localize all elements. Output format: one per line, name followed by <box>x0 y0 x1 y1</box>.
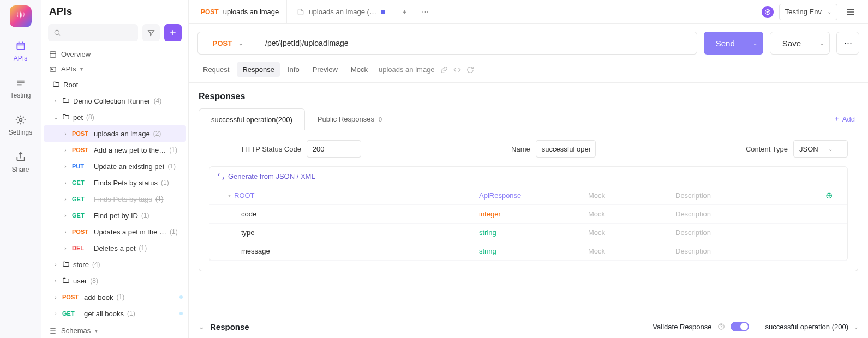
help-icon[interactable] <box>717 323 725 330</box>
link-icon[interactable] <box>440 66 448 74</box>
endpoint-item[interactable]: ›PUTUpdate an existing pet(1) <box>44 158 186 174</box>
apis-label: APIs <box>61 65 76 73</box>
add-field-button[interactable]: ⊕ <box>818 190 840 201</box>
rail-testing[interactable]: Testing <box>0 74 41 101</box>
folder-icon <box>52 81 60 88</box>
response-tab-public[interactable]: Public Responses 0 <box>305 108 394 130</box>
save-dropdown[interactable]: ⌄ <box>813 32 830 55</box>
bottom-response-label: Response <box>210 322 249 331</box>
folder-user[interactable]: › user (8) <box>44 273 186 289</box>
schema-desc[interactable]: Description <box>675 210 818 218</box>
tab-label: uploads an image <box>223 8 279 16</box>
tabs-bar: POST uploads an image uploads an image (… <box>189 0 868 24</box>
tab-0[interactable]: POST uploads an image <box>193 0 287 24</box>
rail-settings[interactable]: Settings <box>0 111 41 138</box>
endpoint-count: (1) <box>139 244 147 252</box>
subtab-response[interactable]: Response <box>237 62 280 77</box>
status-dot-icon <box>179 312 183 315</box>
method-label: POST <box>213 39 232 47</box>
overview-icon <box>49 51 57 58</box>
endpoint-item[interactable]: ›POSTAdd a new pet to the…(1) <box>44 142 186 158</box>
validate-toggle[interactable] <box>731 322 749 331</box>
folder-label: store <box>73 261 89 269</box>
env-badge-icon[interactable] <box>762 6 774 18</box>
schema-row[interactable]: ▾ ROOTApiResponseMockDescription⊕ <box>209 186 847 205</box>
schema-row[interactable]: messagestringMockDescription <box>209 242 847 261</box>
folder-store[interactable]: › store (4) <box>44 256 186 273</box>
folder-demo[interactable]: › Demo Collection Runner (4) <box>44 93 186 109</box>
chevron-right-icon: › <box>62 229 69 235</box>
endpoint-item[interactable]: ›POSTUpdates a pet in the …(1) <box>44 224 186 240</box>
endpoint-item[interactable]: ›POSTadd book(1) <box>44 289 186 305</box>
folder-root[interactable]: Root <box>44 76 186 93</box>
tab-menu-button[interactable]: ⋯ <box>416 8 435 16</box>
endpoint-item[interactable]: ›GETget all books(1) <box>44 305 186 322</box>
rail-apis[interactable]: APIs <box>0 37 41 64</box>
filter-button[interactable] <box>142 24 160 41</box>
env-selector[interactable]: Testing Env ⌄ <box>779 4 837 20</box>
subtab-mock[interactable]: Mock <box>345 62 373 77</box>
endpoint-count: (1) <box>127 310 135 317</box>
schema-row[interactable]: typestringMockDescription <box>209 224 847 242</box>
search-input[interactable] <box>48 24 138 41</box>
subtab-preview[interactable]: Preview <box>307 62 343 77</box>
folder-pet[interactable]: ⌄ pet (8) <box>44 109 186 125</box>
method-selector[interactable]: POST ⌄ <box>197 32 258 55</box>
new-tab-button[interactable]: ＋ <box>396 7 414 17</box>
schema-desc[interactable]: Description <box>675 228 818 237</box>
schema-row[interactable]: codeintegerMockDescription <box>209 205 847 224</box>
endpoint-item[interactable]: ›DELDeletes a pet(1) <box>44 240 186 256</box>
schema-desc[interactable]: Description <box>675 247 818 255</box>
send-dropdown[interactable]: ⌄ <box>747 32 763 55</box>
caret-down-icon: ▾ <box>95 328 98 334</box>
subtab-request[interactable]: Request <box>197 62 235 77</box>
endpoint-count: (2) <box>153 130 161 137</box>
method-badge: GET <box>62 310 81 317</box>
endpoint-item[interactable]: ›GETFinds Pets by tags(1) <box>44 191 186 207</box>
rail-share[interactable]: Share <box>0 148 41 176</box>
generate-from-json-button[interactable]: Generate from JSON / XML <box>209 167 847 186</box>
save-button[interactable]: Save <box>770 32 813 55</box>
apis-section[interactable]: APIs ▾ <box>41 62 188 76</box>
chevron-down-icon[interactable]: ⌄ <box>199 323 205 331</box>
refresh-icon[interactable] <box>466 66 474 74</box>
schema-mock[interactable]: Mock <box>588 210 675 218</box>
chevron-down-icon: ⌄ <box>753 40 757 46</box>
tab-1[interactable]: uploads an image (… <box>289 0 393 24</box>
add-response-button[interactable]: ＋ Add <box>830 114 858 124</box>
chevron-down-icon: ⌄ <box>52 114 59 120</box>
endpoint-item[interactable]: ›GETFind pet by ID(1) <box>44 207 186 224</box>
http-status-label: HTTP Status Code <box>242 145 301 153</box>
endpoint-item[interactable]: ›GETFinds Pets by status(1) <box>44 174 186 191</box>
schemas-section[interactable]: Schemas ▾ <box>41 323 188 338</box>
method-badge: DEL <box>72 245 91 251</box>
chevron-down-icon[interactable]: ⌄ <box>854 324 858 330</box>
subtab-info[interactable]: Info <box>282 62 305 77</box>
overview-link[interactable]: Overview <box>41 47 188 62</box>
api-tree: Root › Demo Collection Runner (4) ⌄ pet … <box>41 76 188 323</box>
folder-count: (8) <box>90 277 98 285</box>
endpoint-item[interactable]: ›POSTuploads an image(2) <box>44 125 186 142</box>
name-input[interactable] <box>536 140 596 158</box>
code-icon[interactable] <box>453 66 461 74</box>
schema-mock[interactable]: Mock <box>588 191 675 200</box>
chevron-right-icon: › <box>62 147 69 153</box>
send-button[interactable]: Send <box>704 32 747 55</box>
method-badge: POST <box>72 228 91 235</box>
add-button[interactable] <box>164 24 182 41</box>
send-button-group: Send ⌄ <box>704 32 763 55</box>
menu-button[interactable] <box>843 4 858 20</box>
response-tab-200[interactable]: successful operation(200) <box>199 108 305 130</box>
caret-down-icon: ▾ <box>80 66 83 72</box>
schema-mock[interactable]: Mock <box>588 228 675 237</box>
method-badge: PUT <box>72 163 91 170</box>
schema-desc[interactable]: Description <box>675 191 818 200</box>
more-button[interactable]: ⋯ <box>836 32 859 55</box>
request-bar: POST ⌄ /pet/{petId}/uploadImage Send ⌄ S… <box>189 24 868 62</box>
url-input[interactable]: /pet/{petId}/uploadImage <box>258 32 697 55</box>
schema-field-name: type <box>241 228 255 237</box>
http-status-input[interactable] <box>307 140 361 158</box>
folder-icon <box>62 97 70 105</box>
content-type-select[interactable]: JSON ⌄ <box>793 140 848 158</box>
schema-mock[interactable]: Mock <box>588 247 675 255</box>
